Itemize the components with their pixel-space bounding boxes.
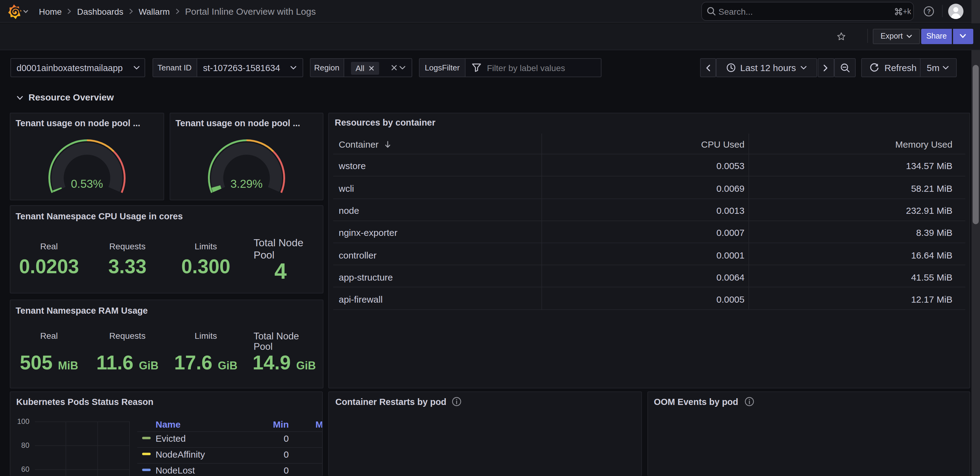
svg-text:3.29%: 3.29% — [231, 177, 263, 190]
svg-text:0.53%: 0.53% — [71, 177, 103, 190]
svg-text:?: ? — [927, 8, 931, 15]
